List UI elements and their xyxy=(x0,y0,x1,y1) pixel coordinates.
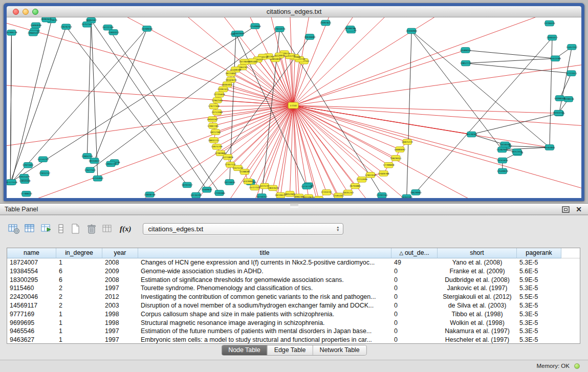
table-cell: Corpus callosum shape and size in male p… xyxy=(138,310,391,319)
table-row[interactable]: 1830029562008Estimation of significance … xyxy=(7,276,580,285)
table-row[interactable]: 977716911998Corpus callosum shape and si… xyxy=(7,310,580,319)
table-row[interactable]: 2242004622012Investigating the contribut… xyxy=(7,293,580,301)
table-header-cell[interactable]: year xyxy=(102,248,138,258)
table-row[interactable]: 946362711997Embryonic stem cells: a mode… xyxy=(7,336,580,344)
table-header-cell[interactable]: in_degree xyxy=(56,248,102,258)
table-cell: 6 xyxy=(56,276,102,285)
table-cell: 9777169 xyxy=(7,310,56,319)
graph-edge xyxy=(108,28,220,193)
table-row[interactable]: 969969511998Structural magnetic resonanc… xyxy=(7,319,580,327)
network-window-titlebar[interactable]: citations_edges.txt xyxy=(7,6,581,17)
table-header-cell-sorted[interactable]: △out_de... xyxy=(391,248,438,258)
graph-edge xyxy=(293,105,400,149)
graph-node-label: 27211936 xyxy=(356,178,367,181)
function-builder-icon[interactable]: f(x) xyxy=(120,225,132,233)
table-row[interactable]: 911546021997Tourette syndrome. Phenomeno… xyxy=(7,284,580,293)
graph-node-label: 27669788 xyxy=(378,172,389,175)
table-cell: 1 xyxy=(56,258,102,267)
table-cell: 18300295 xyxy=(7,276,56,285)
graph-node-label: 20031243 xyxy=(342,191,354,194)
graph-edge xyxy=(293,105,338,195)
table-header-cell[interactable]: title xyxy=(138,248,391,258)
table-panel-title: Table Panel xyxy=(5,206,38,213)
table-header-cell[interactable]: pagerank xyxy=(517,248,561,258)
graph-node-label: 16756317 xyxy=(256,195,268,198)
table-cell: Embryonic stem cells: a model to study s… xyxy=(138,336,391,344)
table-cell: 5.3E-5 xyxy=(517,258,561,267)
delete-column-icon[interactable] xyxy=(85,222,98,235)
table-row[interactable]: 1938455462009Genome-wide association stu… xyxy=(7,267,580,276)
table-row[interactable]: 1456911722003Disruption of a novel membe… xyxy=(7,301,580,310)
table-header-cell[interactable]: name xyxy=(7,248,56,258)
graph-node-label: 21900322 xyxy=(108,31,119,34)
table-cell: 18724007 xyxy=(7,258,56,267)
table-cell: 22420046 xyxy=(7,293,56,301)
table-row[interactable]: 1872400712008Changes of HCN gene express… xyxy=(7,258,580,267)
graph-node-label: 12937058 xyxy=(365,174,376,177)
table-cell: Genome-wide association studies in ADHD. xyxy=(138,267,391,276)
table-header-cell[interactable]: short xyxy=(438,248,517,258)
graph-node-label: 24564801 xyxy=(544,146,555,149)
graph-node-label: 16825220 xyxy=(402,141,413,143)
float-panel-icon[interactable] xyxy=(562,206,570,213)
rows-icon[interactable] xyxy=(56,222,66,235)
table-disabled-icon xyxy=(101,222,115,235)
graph-node-label: 11274828 xyxy=(222,156,233,159)
tab-network-table[interactable]: Network Table xyxy=(312,345,366,355)
close-panel-icon[interactable]: ✕ xyxy=(576,204,582,215)
tab-edge-table[interactable]: Edge Table xyxy=(267,345,313,355)
table-cell: Tourette syndrome. Phenomenology and cla… xyxy=(138,284,391,293)
graph-node-label: 11155233 xyxy=(37,158,49,161)
panel-drag-grip[interactable] xyxy=(290,205,298,208)
table-selector[interactable]: citations_edges.txt ▲▼ xyxy=(143,223,343,235)
graph-edge xyxy=(293,20,581,105)
new-column-icon[interactable] xyxy=(69,222,82,235)
table-cell: 1 xyxy=(56,310,102,319)
graph-node-label: 23097821 xyxy=(320,21,331,24)
sort-ascending-icon: △ xyxy=(399,250,403,256)
table-cell: 2008 xyxy=(102,276,138,285)
graph-node-label: 28629990 xyxy=(410,191,422,194)
table-settings-icon[interactable] xyxy=(7,222,20,235)
table-cell: Yano et al. (2008) xyxy=(438,258,517,267)
graph-edge xyxy=(273,105,293,188)
graph-node-label: 19163678 xyxy=(225,79,236,81)
table-cell: 5.5E-5 xyxy=(517,293,561,301)
graph-edge xyxy=(293,17,581,105)
graph-node-label: 14241634 xyxy=(497,159,508,162)
graph-edge xyxy=(560,73,572,98)
network-canvas[interactable]: 1032397928392621149120972267674315694938… xyxy=(7,17,581,198)
table-cell: 0 xyxy=(391,293,438,301)
graph-node-label: 23960515 xyxy=(28,32,39,34)
graph-edge xyxy=(230,105,293,165)
memory-indicator-icon xyxy=(574,363,580,369)
table-cell: 2009 xyxy=(102,267,138,276)
graph-node-label: 20829051 xyxy=(390,157,402,160)
combo-stepper-icon: ▲▼ xyxy=(336,226,339,232)
table-cell: 2008 xyxy=(102,258,138,267)
graph-node-label: 11921601 xyxy=(23,164,34,166)
table-cell: Structural magnetic resonance image aver… xyxy=(138,319,391,327)
table-cell: 0 xyxy=(391,284,438,293)
graph-edge xyxy=(293,105,348,192)
graph-edge xyxy=(293,17,581,105)
graph-edge xyxy=(217,105,293,113)
import-table-icon[interactable] xyxy=(40,222,53,235)
graph-node-label: 25469631 xyxy=(201,188,212,191)
graph-node-label: 22735609 xyxy=(214,93,225,96)
graph-node-label: 11915429 xyxy=(18,176,30,178)
graph-node-label: 17655076 xyxy=(274,28,286,30)
graph-node-label: 22942585 xyxy=(212,99,223,102)
graph-edge xyxy=(10,33,11,182)
graph-node-label: 13202200 xyxy=(401,196,412,198)
column-visibility-icon[interactable] xyxy=(24,222,37,235)
graph-node-label: 10416446 xyxy=(499,143,511,146)
tab-node-table[interactable]: Node Table xyxy=(222,345,267,355)
graph-node-label: 18154615 xyxy=(89,160,100,162)
table-cell: Stergiakouli et al. (2012) xyxy=(438,293,517,301)
graph-edge xyxy=(550,38,552,147)
table-row[interactable]: 946554611997Estimation of the future num… xyxy=(7,327,580,336)
graph-node-label: 23808748 xyxy=(144,193,156,196)
graph-edge xyxy=(66,27,187,185)
network-svg[interactable]: 1032397928392621149120972267674315694938… xyxy=(7,17,581,198)
